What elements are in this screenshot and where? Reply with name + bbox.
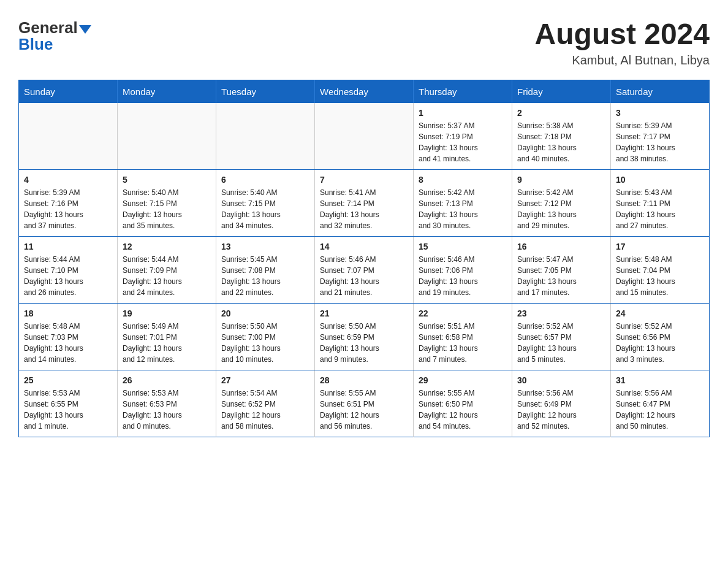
calendar-day-cell: 23Sunrise: 5:52 AM Sunset: 6:57 PM Dayli… [512,303,611,370]
day-number: 3 [616,108,704,118]
day-number: 1 [419,108,507,118]
day-info: Sunrise: 5:42 AM Sunset: 7:12 PM Dayligh… [517,187,605,231]
calendar-header-row: SundayMondayTuesdayWednesdayThursdayFrid… [19,80,710,103]
calendar-week-row: 1Sunrise: 5:37 AM Sunset: 7:19 PM Daylig… [19,103,710,170]
day-of-week-header: Saturday [611,80,710,103]
calendar-day-cell: 29Sunrise: 5:55 AM Sunset: 6:50 PM Dayli… [414,370,512,437]
day-number: 9 [517,175,605,185]
calendar-day-cell: 12Sunrise: 5:44 AM Sunset: 7:09 PM Dayli… [118,236,216,303]
day-of-week-header: Tuesday [216,80,315,103]
calendar-day-cell: 22Sunrise: 5:51 AM Sunset: 6:58 PM Dayli… [414,303,512,370]
calendar-day-cell [216,103,315,170]
day-info: Sunrise: 5:45 AM Sunset: 7:08 PM Dayligh… [221,254,309,298]
day-number: 24 [616,308,704,318]
day-number: 20 [221,308,309,318]
day-of-week-header: Thursday [414,80,512,103]
calendar-table: SundayMondayTuesdayWednesdayThursdayFrid… [18,80,710,437]
day-number: 15 [419,242,507,251]
day-number: 11 [24,242,112,251]
day-info: Sunrise: 5:43 AM Sunset: 7:11 PM Dayligh… [616,187,704,231]
calendar-day-cell: 30Sunrise: 5:56 AM Sunset: 6:49 PM Dayli… [512,370,611,437]
day-number: 10 [616,175,704,185]
day-info: Sunrise: 5:37 AM Sunset: 7:19 PM Dayligh… [419,120,507,164]
day-number: 6 [221,175,309,185]
calendar-day-cell: 5Sunrise: 5:40 AM Sunset: 7:15 PM Daylig… [118,169,216,236]
calendar-day-cell: 24Sunrise: 5:52 AM Sunset: 6:56 PM Dayli… [611,303,710,370]
day-number: 5 [123,175,211,185]
calendar-day-cell: 21Sunrise: 5:50 AM Sunset: 6:59 PM Dayli… [315,303,414,370]
day-number: 25 [24,375,112,385]
day-number: 26 [123,375,211,385]
logo: General Blue [18,18,91,54]
calendar-day-cell: 8Sunrise: 5:42 AM Sunset: 7:13 PM Daylig… [414,169,512,236]
calendar-week-row: 18Sunrise: 5:48 AM Sunset: 7:03 PM Dayli… [19,303,710,370]
day-number: 2 [517,108,605,118]
day-info: Sunrise: 5:49 AM Sunset: 7:01 PM Dayligh… [123,321,211,365]
day-number: 13 [221,242,309,251]
day-info: Sunrise: 5:56 AM Sunset: 6:47 PM Dayligh… [616,388,704,432]
title-area: August 2024 Kambut, Al Butnan, Libya [535,18,710,67]
day-info: Sunrise: 5:53 AM Sunset: 6:55 PM Dayligh… [24,388,112,432]
day-of-week-header: Wednesday [315,80,414,103]
day-number: 12 [123,242,211,251]
day-number: 14 [320,242,408,251]
day-number: 8 [419,175,507,185]
calendar-day-cell: 19Sunrise: 5:49 AM Sunset: 7:01 PM Dayli… [118,303,216,370]
calendar-day-cell: 9Sunrise: 5:42 AM Sunset: 7:12 PM Daylig… [512,169,611,236]
calendar-day-cell: 26Sunrise: 5:53 AM Sunset: 6:53 PM Dayli… [118,370,216,437]
day-number: 23 [517,308,605,318]
calendar-day-cell [315,103,414,170]
day-number: 31 [616,375,704,385]
calendar-day-cell: 3Sunrise: 5:39 AM Sunset: 7:17 PM Daylig… [611,103,710,170]
day-info: Sunrise: 5:46 AM Sunset: 7:07 PM Dayligh… [320,254,408,298]
day-number: 28 [320,375,408,385]
day-number: 27 [221,375,309,385]
day-info: Sunrise: 5:54 AM Sunset: 6:52 PM Dayligh… [221,388,309,432]
day-info: Sunrise: 5:53 AM Sunset: 6:53 PM Dayligh… [123,388,211,432]
day-info: Sunrise: 5:48 AM Sunset: 7:04 PM Dayligh… [616,254,704,298]
day-info: Sunrise: 5:52 AM Sunset: 6:57 PM Dayligh… [517,321,605,365]
calendar-day-cell: 7Sunrise: 5:41 AM Sunset: 7:14 PM Daylig… [315,169,414,236]
logo-blue-text: Blue [18,35,53,54]
calendar-day-cell: 13Sunrise: 5:45 AM Sunset: 7:08 PM Dayli… [216,236,315,303]
day-number: 17 [616,242,704,251]
calendar-day-cell [118,103,216,170]
calendar-day-cell: 17Sunrise: 5:48 AM Sunset: 7:04 PM Dayli… [611,236,710,303]
day-info: Sunrise: 5:40 AM Sunset: 7:15 PM Dayligh… [221,187,309,231]
day-info: Sunrise: 5:47 AM Sunset: 7:05 PM Dayligh… [517,254,605,298]
day-of-week-header: Sunday [19,80,118,103]
day-info: Sunrise: 5:56 AM Sunset: 6:49 PM Dayligh… [517,388,605,432]
month-title: August 2024 [535,18,710,51]
calendar-day-cell: 2Sunrise: 5:38 AM Sunset: 7:18 PM Daylig… [512,103,611,170]
calendar-week-row: 11Sunrise: 5:44 AM Sunset: 7:10 PM Dayli… [19,236,710,303]
calendar-day-cell: 16Sunrise: 5:47 AM Sunset: 7:05 PM Dayli… [512,236,611,303]
calendar-day-cell [19,103,118,170]
day-number: 29 [419,375,507,385]
day-info: Sunrise: 5:50 AM Sunset: 7:00 PM Dayligh… [221,321,309,365]
day-number: 16 [517,242,605,251]
day-info: Sunrise: 5:46 AM Sunset: 7:06 PM Dayligh… [419,254,507,298]
day-number: 21 [320,308,408,318]
day-info: Sunrise: 5:52 AM Sunset: 6:56 PM Dayligh… [616,321,704,365]
day-info: Sunrise: 5:44 AM Sunset: 7:09 PM Dayligh… [123,254,211,298]
calendar-day-cell: 27Sunrise: 5:54 AM Sunset: 6:52 PM Dayli… [216,370,315,437]
calendar-day-cell: 15Sunrise: 5:46 AM Sunset: 7:06 PM Dayli… [414,236,512,303]
calendar-day-cell: 18Sunrise: 5:48 AM Sunset: 7:03 PM Dayli… [19,303,118,370]
calendar-day-cell: 28Sunrise: 5:55 AM Sunset: 6:51 PM Dayli… [315,370,414,437]
logo-arrow-icon [79,25,91,34]
day-info: Sunrise: 5:50 AM Sunset: 6:59 PM Dayligh… [320,321,408,365]
day-info: Sunrise: 5:38 AM Sunset: 7:18 PM Dayligh… [517,120,605,164]
calendar-day-cell: 6Sunrise: 5:40 AM Sunset: 7:15 PM Daylig… [216,169,315,236]
day-info: Sunrise: 5:39 AM Sunset: 7:17 PM Dayligh… [616,120,704,164]
day-info: Sunrise: 5:55 AM Sunset: 6:51 PM Dayligh… [320,388,408,432]
calendar-day-cell: 1Sunrise: 5:37 AM Sunset: 7:19 PM Daylig… [414,103,512,170]
calendar-day-cell: 11Sunrise: 5:44 AM Sunset: 7:10 PM Dayli… [19,236,118,303]
calendar-day-cell: 31Sunrise: 5:56 AM Sunset: 6:47 PM Dayli… [611,370,710,437]
day-info: Sunrise: 5:39 AM Sunset: 7:16 PM Dayligh… [24,187,112,231]
day-info: Sunrise: 5:42 AM Sunset: 7:13 PM Dayligh… [419,187,507,231]
day-info: Sunrise: 5:51 AM Sunset: 6:58 PM Dayligh… [419,321,507,365]
calendar-day-cell: 14Sunrise: 5:46 AM Sunset: 7:07 PM Dayli… [315,236,414,303]
day-info: Sunrise: 5:40 AM Sunset: 7:15 PM Dayligh… [123,187,211,231]
day-info: Sunrise: 5:55 AM Sunset: 6:50 PM Dayligh… [419,388,507,432]
calendar-week-row: 4Sunrise: 5:39 AM Sunset: 7:16 PM Daylig… [19,169,710,236]
